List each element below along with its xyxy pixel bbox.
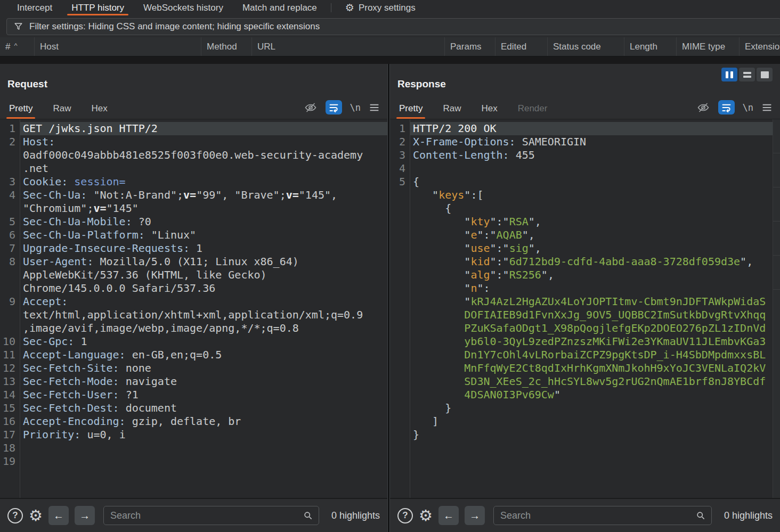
gear-icon[interactable]: ⚙ — [29, 508, 43, 523]
word-wrap-button[interactable] — [718, 100, 735, 114]
column-header-method[interactable]: Method — [201, 37, 252, 56]
next-match-button[interactable]: → — [465, 506, 485, 525]
column-header-mime-type[interactable]: MIME type — [677, 37, 740, 56]
tab-proxy-settings[interactable]: ⚙Proxy settings — [336, 0, 425, 15]
column-header-length[interactable]: Length — [624, 37, 677, 56]
code-segment: 4DSAN0I3Pv69Cw — [464, 388, 554, 401]
code-line: ,image/avif,image/webp,image/apng,*/*;q=… — [0, 322, 387, 335]
code-line-content: Accept: — [20, 295, 387, 308]
request-tab-hex[interactable]: Hex — [90, 103, 109, 119]
line-number — [390, 415, 410, 428]
help-icon[interactable]: ? — [397, 508, 413, 523]
code-segment: Accept: — [23, 295, 68, 308]
code-line: 5Sec-Ch-Ua-Mobile: ?0 — [0, 215, 387, 228]
code-line-content: Dn1Y7cOhl4vLRorbaiZCPZ9pgKtsDP_i-H4SbDMp… — [410, 348, 780, 362]
column-header-status-code[interactable]: Status code — [548, 37, 624, 56]
code-line-content: ,image/avif,image/webp,image/apng,*/*;q=… — [20, 322, 387, 335]
column-header-extension[interactable]: Extension — [740, 37, 780, 56]
show-newlines-button[interactable]: \n — [350, 102, 361, 113]
editor-menu-icon[interactable] — [369, 103, 380, 112]
line-number: 19 — [0, 455, 20, 468]
line-number — [390, 268, 410, 282]
code-line-content: X-Frame-Options: SAMEORIGIN — [410, 135, 780, 149]
filter-settings-text: Filter settings: Hiding CSS and image co… — [29, 21, 320, 32]
code-segment: " — [413, 189, 438, 201]
line-number: 4 — [0, 189, 20, 202]
column-header-params[interactable]: Params — [445, 37, 495, 56]
previous-match-button[interactable]: ← — [438, 506, 459, 525]
tab-http-history[interactable]: HTTP history — [62, 0, 134, 15]
editor-menu-icon[interactable] — [761, 103, 773, 112]
search-input[interactable] — [109, 510, 303, 522]
next-match-button[interactable]: → — [75, 506, 95, 525]
code-line: { — [390, 202, 780, 215]
code-line-content: GET /jwks.json HTTP/2 — [20, 122, 387, 135]
response-tab-raw[interactable]: Raw — [441, 103, 462, 119]
help-icon[interactable]: ? — [7, 508, 23, 523]
line-number — [0, 149, 20, 162]
code-segment: 1 — [80, 335, 87, 348]
code-segment: document — [126, 402, 177, 414]
code-segment: ?1 — [126, 388, 139, 401]
code-line: 4Sec-Ch-Ua: "Not:A-Brand";v="99", "Brave… — [0, 189, 387, 202]
previous-match-button[interactable]: ← — [48, 506, 69, 525]
gear-icon[interactable]: ⚙ — [419, 508, 433, 523]
filter-row: Filter settings: Hiding CSS and image co… — [0, 15, 780, 37]
response-scrollbar[interactable] — [773, 119, 780, 498]
code-line: "keys":[ — [390, 189, 780, 202]
show-newlines-button[interactable]: \n — [743, 102, 753, 113]
response-editor[interactable]: 1HTTP/2 200 OK2X-Frame-Options: SAMEORIG… — [390, 119, 780, 498]
line-number — [390, 228, 410, 242]
column-header-url[interactable]: URL — [252, 37, 445, 56]
code-line-content: "keys":[ — [410, 189, 780, 202]
response-tab-render[interactable]: Render — [516, 103, 549, 119]
line-number — [390, 295, 410, 308]
code-segment: HTTP/2 200 OK — [413, 122, 497, 135]
response-title: Response — [397, 78, 773, 90]
tab-websockets-history[interactable]: WebSockets history — [134, 0, 233, 15]
request-tab-pretty[interactable]: Pretty — [7, 103, 34, 119]
code-segment — [413, 322, 464, 334]
code-line-content: Accept-Language: en-GB,en;q=0.5 — [20, 348, 387, 362]
code-line-content: } — [410, 402, 780, 415]
code-line-content: ] — [410, 415, 780, 428]
column-header--[interactable]: #^ — [0, 37, 35, 56]
tab-intercept[interactable]: Intercept — [7, 0, 62, 15]
code-line: PZuKSafaODgt1_X98pQogjlefgEKp2DOEO276pZL… — [390, 322, 780, 335]
line-number — [390, 189, 410, 202]
column-header-host[interactable]: Host — [35, 37, 201, 56]
code-segment: v= — [286, 189, 299, 201]
line-number: 4 — [390, 162, 410, 175]
request-title: Request — [7, 78, 380, 90]
code-segment: ":" — [477, 228, 496, 241]
code-segment: " — [413, 228, 470, 241]
request-tab-raw[interactable]: Raw — [51, 103, 72, 119]
code-line: 3Cookie: session= — [0, 175, 387, 189]
response-tab-hex[interactable]: Hex — [480, 103, 499, 119]
code-line: 6Sec-Ch-Ua-Platform: "Linux" — [0, 228, 387, 242]
proxy-tab-bar: InterceptHTTP historyWebSockets historyM… — [0, 0, 780, 15]
tab-match-and-replace[interactable]: Match and replace — [233, 0, 327, 15]
line-number: 11 — [0, 348, 20, 362]
filter-settings-bar[interactable]: Filter settings: Hiding CSS and image co… — [6, 18, 780, 35]
response-editor-toolbar: \n — [696, 100, 773, 119]
request-editor[interactable]: 1GET /jwks.json HTTP/22Host:0adf000c049a… — [0, 119, 387, 498]
code-segment: n — [470, 282, 477, 294]
gutter-divider — [410, 119, 410, 498]
hide-nonprintable-icon[interactable] — [304, 101, 318, 114]
line-number — [0, 282, 20, 295]
search-input[interactable] — [499, 510, 695, 522]
code-line-content: MnFfqWyE2Ct8qdIxHrhKgmXNmJkohH9xYoJC3VEN… — [410, 362, 780, 375]
code-segment: RS256 — [509, 268, 541, 281]
code-line-content: text/html,application/xhtml+xml,applicat… — [20, 308, 387, 322]
column-header-edited[interactable]: Edited — [495, 37, 548, 56]
line-number — [390, 335, 410, 348]
code-segment: " — [554, 388, 560, 401]
line-number: 7 — [0, 242, 20, 255]
column-header-label: Length — [630, 42, 657, 52]
word-wrap-button[interactable] — [326, 100, 342, 114]
response-tab-pretty[interactable]: Pretty — [397, 103, 424, 119]
hide-nonprintable-icon[interactable] — [696, 101, 710, 114]
code-segment: ", — [529, 242, 541, 255]
history-table-body[interactable] — [0, 57, 780, 64]
